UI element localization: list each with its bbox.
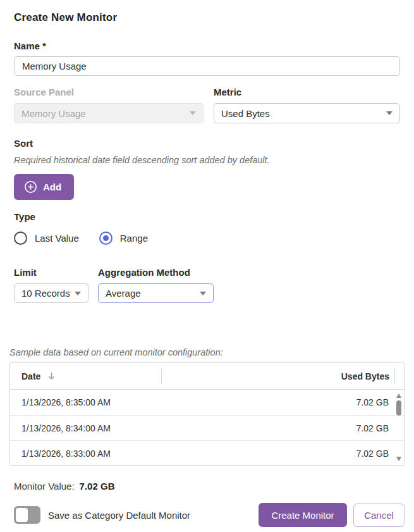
monitor-value: 7.02 GB (80, 481, 115, 492)
radio-selected-icon (99, 232, 113, 245)
create-monitor-button[interactable]: Create Monitor (259, 503, 347, 527)
sort-helper-text: Required historical date field descendin… (14, 155, 400, 165)
chevron-down-icon (75, 292, 81, 295)
plus-circle-icon (24, 180, 37, 194)
source-panel-select: Memory Usage (14, 103, 204, 123)
cell-date: 1/13/2026, 8:35:00 AM (10, 397, 162, 407)
limit-value: 10 Records (21, 288, 70, 299)
save-default-toggle-label: Save as Category Default Monitor (48, 510, 190, 521)
scroll-down-icon[interactable] (396, 457, 401, 461)
cancel-button[interactable]: Cancel (353, 504, 405, 527)
radio-range[interactable]: Range (99, 232, 148, 245)
metric-label: Metric (214, 87, 400, 97)
scrollbar-thumb[interactable] (396, 400, 401, 416)
monitor-value-label: Monitor Value: (14, 481, 75, 492)
sort-descending-icon (47, 371, 56, 381)
cell-date: 1/13/2026, 8:33:00 AM (10, 448, 162, 459)
type-label: Type (14, 211, 400, 222)
used-bytes-column-label: Used Bytes (341, 371, 389, 381)
cell-value: 7.02 GB (162, 397, 394, 407)
limit-select[interactable]: 10 Records (14, 283, 88, 303)
source-panel-value: Memory Usage (21, 108, 86, 119)
radio-unselected-icon (14, 232, 27, 245)
source-panel-label: Source Panel (14, 87, 204, 97)
cell-value: 7.02 GB (162, 423, 394, 433)
table-row: 1/13/2026, 8:33:00 AM 7.02 GB (10, 440, 404, 466)
aggregation-method-label: Aggregation Method (98, 267, 214, 278)
toggle-knob (16, 508, 28, 522)
table-scrollbar[interactable] (395, 391, 403, 464)
date-column-label: Date (21, 371, 40, 381)
chevron-down-icon (386, 111, 393, 115)
save-default-toggle[interactable] (14, 506, 40, 524)
cell-value: 7.02 GB (162, 448, 394, 459)
metric-value: Used Bytes (221, 108, 270, 119)
dialog-title: Create New Monitor (14, 11, 400, 24)
radio-last-value-label: Last Value (35, 233, 79, 244)
table-row: 1/13/2026, 8:35:00 AM 7.02 GB (10, 390, 404, 415)
column-header-used-bytes[interactable]: Used Bytes (162, 368, 395, 385)
chevron-down-icon (200, 292, 206, 295)
table-row: 1/13/2026, 8:34:00 AM 7.02 GB (10, 415, 404, 440)
name-label: Name * (14, 40, 400, 51)
create-monitor-dialog: Create New Monitor Name * Source Panel M… (0, 0, 414, 532)
scroll-up-icon[interactable] (396, 393, 401, 398)
name-input[interactable] (14, 56, 400, 76)
cell-date: 1/13/2026, 8:34:00 AM (10, 423, 162, 433)
table-header: Date Used Bytes (10, 363, 404, 390)
add-button-label: Add (43, 182, 61, 192)
add-sort-button[interactable]: Add (14, 174, 74, 200)
radio-range-label: Range (120, 233, 148, 244)
limit-label: Limit (14, 267, 98, 278)
chevron-down-icon (190, 111, 196, 115)
aggregation-method-select[interactable]: Average (98, 283, 214, 303)
sample-data-table: Date Used Bytes 1/13/2026, 8:35:00 AM 7.… (9, 362, 405, 466)
metric-select[interactable]: Used Bytes (214, 103, 400, 123)
radio-last-value[interactable]: Last Value (14, 232, 79, 245)
sample-data-caption: Sample data based on current monitor con… (9, 347, 400, 357)
column-header-date[interactable]: Date (10, 368, 162, 385)
sort-label: Sort (14, 138, 400, 149)
aggregation-value: Average (106, 288, 141, 299)
